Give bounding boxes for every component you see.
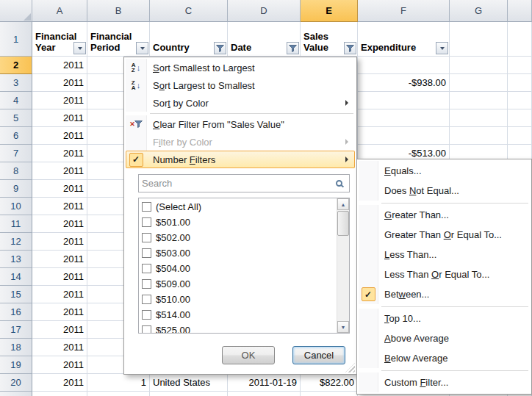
cell-A-8[interactable]: 2011 <box>32 162 87 180</box>
cell-G-6[interactable] <box>450 127 508 145</box>
cell-A-7[interactable]: 2011 <box>32 145 87 162</box>
row-header-18[interactable]: 18 <box>0 339 32 356</box>
cell-overflow-6[interactable] <box>508 127 532 145</box>
column-header-G[interactable]: G <box>450 0 508 22</box>
row-header-16[interactable]: 16 <box>0 303 32 321</box>
header-cell-E[interactable]: SalesValue <box>301 22 358 57</box>
row-header-13[interactable]: 13 <box>0 251 32 268</box>
cell-overflow-4[interactable] <box>508 92 532 109</box>
header-cell-A[interactable]: FinancialYear <box>32 22 87 57</box>
menu-item-clear-filter-from-sales-value[interactable]: ✕Clear Filter From "Sales Value" <box>126 115 355 133</box>
select-all-corner[interactable] <box>0 0 32 22</box>
menu-item-sort-smallest-to-largest[interactable]: AZ↓Sort Smallest to Largest <box>126 59 355 76</box>
cell-A-15[interactable]: 2011 <box>32 286 87 303</box>
column-header-B[interactable]: B <box>87 0 150 22</box>
checkbox-icon[interactable] <box>142 217 151 227</box>
checkbox-icon[interactable] <box>142 325 151 333</box>
cell-F-3[interactable]: -$938.00 <box>358 74 450 92</box>
header-cell-F[interactable]: Expenditure <box>358 22 450 57</box>
row-header-3[interactable]: 3 <box>0 74 32 92</box>
cell-F-5[interactable] <box>358 109 450 127</box>
column-header-A[interactable]: A <box>32 0 87 22</box>
filter-button-A[interactable] <box>73 42 86 54</box>
filter-value-item-501-00[interactable]: $501.00 <box>139 215 337 230</box>
column-header-overflow[interactable] <box>508 0 532 22</box>
row-header-7[interactable]: 7 <box>0 145 32 162</box>
search-input[interactable] <box>142 178 336 189</box>
filter-value-item-510-00[interactable]: $510.00 <box>139 292 337 307</box>
menu-item-greater-than-or-equal-to[interactable]: Greater Than Or Equal To... <box>359 225 530 245</box>
row-header-11[interactable]: 11 <box>0 215 32 233</box>
header-cell-C[interactable]: Country <box>150 22 228 57</box>
cell-overflow-3[interactable] <box>508 74 532 92</box>
row-header-17[interactable]: 17 <box>0 321 32 339</box>
row-header-5[interactable]: 5 <box>0 109 32 127</box>
cell-partial[interactable] <box>87 392 150 396</box>
column-header-F[interactable]: F <box>358 0 450 22</box>
resize-grip-icon[interactable] <box>345 363 355 372</box>
menu-item-between[interactable]: ✓Between... <box>359 284 530 304</box>
cell-partial[interactable] <box>301 392 358 396</box>
menu-item-top-10[interactable]: Top 10... <box>359 309 530 328</box>
cell-A-12[interactable]: 2011 <box>32 233 87 251</box>
menu-item-filter-by-color[interactable]: Filter by Color <box>126 133 355 151</box>
checkbox-icon[interactable] <box>142 310 151 320</box>
filter-button-C[interactable] <box>214 42 226 54</box>
cell-G-4[interactable] <box>450 92 508 109</box>
cell-F-4[interactable] <box>358 92 450 109</box>
cancel-button[interactable]: Cancel <box>292 346 345 364</box>
filter-value-item-503-00[interactable]: $503.00 <box>139 245 337 261</box>
checkbox-icon[interactable] <box>142 264 151 273</box>
filter-button-F[interactable] <box>436 42 448 54</box>
cell-A-17[interactable]: 2011 <box>32 321 87 339</box>
checkbox-icon[interactable] <box>142 233 151 242</box>
cell-A-14[interactable]: 2011 <box>32 268 87 286</box>
cell-F-6[interactable] <box>358 127 450 145</box>
cell-E-20[interactable]: $822.00 <box>301 374 358 392</box>
cell-A-13[interactable]: 2011 <box>32 251 87 268</box>
cell-G-5[interactable] <box>450 109 508 127</box>
cell-A-19[interactable]: 2011 <box>32 356 87 374</box>
row-header-1[interactable]: 1 <box>0 22 32 57</box>
cell-partial[interactable] <box>228 392 301 396</box>
scrollbar-down-button[interactable]: ▼ <box>337 321 349 333</box>
row-header-9[interactable]: 9 <box>0 180 32 198</box>
row-header-partial[interactable] <box>0 392 32 396</box>
scrollbar[interactable]: ▲ ▼ <box>337 198 349 333</box>
cell-G-2[interactable] <box>450 57 508 74</box>
menu-item-equals[interactable]: Equals... <box>359 161 530 181</box>
filter-value-item-514-00[interactable]: $514.00 <box>139 307 337 323</box>
cell-A-10[interactable]: 2011 <box>32 198 87 215</box>
header-cell-overflow[interactable] <box>508 22 532 57</box>
cell-D-20[interactable]: 2011-01-19 <box>228 374 301 392</box>
cell-A-3[interactable]: 2011 <box>32 74 87 92</box>
search-icon[interactable] <box>336 180 342 187</box>
header-cell-B[interactable]: FinancialPeriod <box>87 22 150 57</box>
filter-value-item-525-00[interactable]: $525.00 <box>139 323 337 333</box>
filter-button-B[interactable] <box>136 42 148 54</box>
cell-overflow-2[interactable] <box>508 57 532 74</box>
menu-item-below-average[interactable]: Below Average <box>359 348 530 368</box>
cell-overflow-5[interactable] <box>508 109 532 127</box>
cell-A-11[interactable]: 2011 <box>32 215 87 233</box>
menu-item-sort-largest-to-smallest[interactable]: ZA↓Sort Largest to Smallest <box>126 76 355 94</box>
filter-value-item-509-00[interactable]: $509.00 <box>139 276 337 292</box>
menu-item-greater-than[interactable]: Greater Than... <box>359 205 530 225</box>
header-cell-D[interactable]: Date <box>228 22 301 57</box>
menu-item-less-than[interactable]: Less Than... <box>359 245 530 264</box>
cell-A-2[interactable]: 2011 <box>32 57 87 74</box>
column-header-D[interactable]: D <box>228 0 301 22</box>
row-header-20[interactable]: 20 <box>0 374 32 392</box>
checkbox-icon[interactable] <box>142 202 151 212</box>
filter-value-item-504-00[interactable]: $504.00 <box>139 261 337 276</box>
row-header-8[interactable]: 8 <box>0 162 32 180</box>
ok-button[interactable]: OK <box>222 346 275 364</box>
menu-item-sort-by-color[interactable]: Sort by Color <box>126 94 355 112</box>
row-header-19[interactable]: 19 <box>0 356 32 374</box>
row-header-14[interactable]: 14 <box>0 268 32 286</box>
column-header-C[interactable]: C <box>150 0 228 22</box>
menu-item-custom-filter[interactable]: Custom Filter... <box>359 372 530 392</box>
column-header-E[interactable]: E <box>301 0 358 22</box>
menu-item-number-filters[interactable]: ✓Number Filters <box>126 151 355 168</box>
cell-A-18[interactable]: 2011 <box>32 339 87 356</box>
